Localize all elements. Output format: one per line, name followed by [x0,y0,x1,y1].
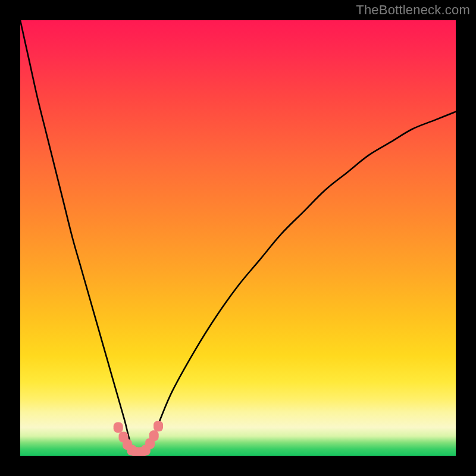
bottleneck-curve [20,20,456,456]
bottleneck-marker [114,422,123,433]
chart-svg [20,20,456,456]
bottleneck-marker [154,421,163,431]
watermark-text: TheBottleneck.com [356,2,470,18]
chart-root: TheBottleneck.com [0,0,476,476]
plot-area [20,20,456,456]
curve-layer [20,20,456,456]
markers-layer [114,421,163,456]
bottleneck-marker [149,430,159,441]
